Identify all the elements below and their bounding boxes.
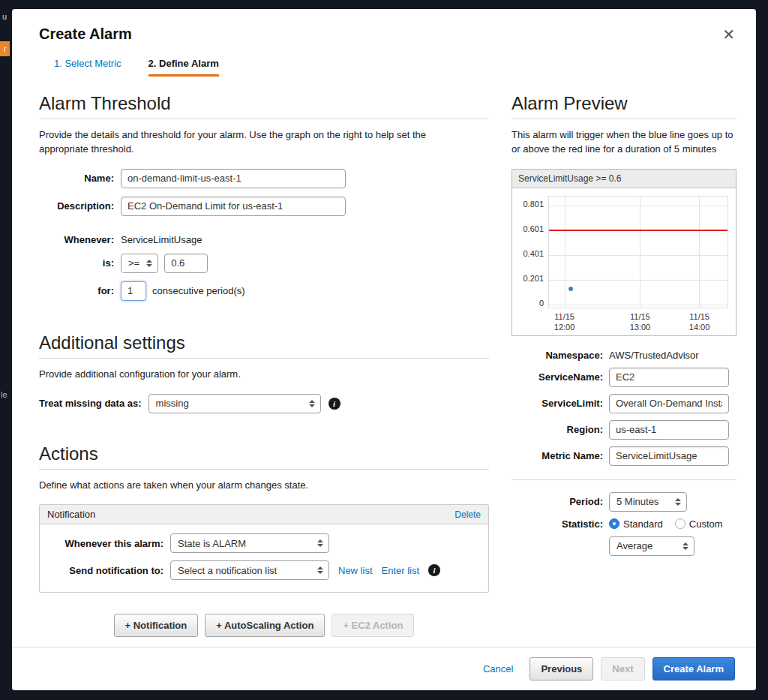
additional-settings-heading: Additional settings [39, 332, 489, 353]
statistic-select-value: Average [616, 540, 652, 551]
alarm-threshold-description: Provide the details and threshold for yo… [39, 128, 459, 157]
cancel-link[interactable]: Cancel [483, 663, 513, 674]
chevron-updown-icon [317, 566, 323, 574]
is-label: is: [39, 257, 114, 269]
chart-title: ServiceLimitUsage >= 0.6 [512, 170, 736, 188]
alarm-state-select[interactable]: State is ALARM [170, 533, 329, 553]
create-alarm-modal: Create Alarm ✕ 1. Select Metric 2. Defin… [12, 9, 756, 690]
period-select[interactable]: 5 Minutes [609, 492, 687, 512]
servicelimit-row: ServiceLimit: [512, 394, 736, 413]
add-autoscaling-button[interactable]: + AutoScaling Action [205, 614, 325, 637]
chevron-updown-icon [146, 260, 152, 267]
radio-checked-icon [609, 518, 620, 529]
additional-settings-description: Provide additional configuration for you… [39, 368, 489, 382]
data-point [568, 287, 573, 291]
step-select-metric[interactable]: 1. Select Metric [54, 58, 122, 77]
name-row: Name: [39, 169, 489, 188]
alarm-description-input[interactable] [121, 197, 346, 216]
metricname-label: Metric Name: [512, 450, 603, 461]
alarm-name-input[interactable] [121, 169, 346, 188]
background-fragment-text: u [2, 12, 7, 21]
alarm-state-row: Whenever this alarm: State is ALARM [47, 533, 481, 553]
alarm-preview-heading: Alarm Preview [512, 93, 736, 114]
threshold-value-input[interactable] [164, 254, 208, 273]
y-tick: 0.801 [523, 200, 544, 209]
periods-suffix: consecutive period(s) [152, 285, 245, 296]
close-icon[interactable]: ✕ [722, 27, 735, 42]
statistic-row: Statistic: Standard Custom [512, 518, 736, 530]
new-list-link[interactable]: New list [338, 565, 373, 576]
region-row: Region: [512, 420, 736, 440]
region-label: Region: [512, 424, 603, 435]
namespace-value: AWS/TrustedAdvisor [609, 350, 699, 361]
notification-list-select-value: Select a notification list [178, 565, 277, 576]
chart-x-axis: 11/1512:00 11/1513:00 11/1514:00 [548, 310, 728, 335]
for-label: for: [39, 285, 114, 296]
info-icon[interactable]: i [428, 564, 440, 576]
y-tick: 0.601 [523, 224, 544, 233]
notification-panel-title: Notification [47, 509, 95, 520]
chevron-updown-icon [317, 539, 323, 547]
chart-canvas [548, 196, 728, 308]
servicelimit-input[interactable] [609, 394, 729, 413]
left-column: Alarm Threshold Provide the details and … [39, 93, 489, 637]
y-tick: 0.401 [523, 249, 544, 258]
radio-unchecked-icon [675, 518, 686, 529]
statistic-standard-radio[interactable]: Standard [609, 518, 663, 530]
alarm-state-select-value: State is ALARM [178, 538, 246, 549]
threshold-line [549, 230, 728, 231]
chevron-updown-icon [309, 400, 315, 407]
create-alarm-button[interactable]: Create Alarm [652, 657, 735, 680]
background-fragment-button: r [0, 41, 10, 56]
metricname-input[interactable] [609, 446, 729, 466]
statistic-select-row: Average [512, 536, 736, 556]
region-input[interactable] [609, 420, 729, 440]
alarm-threshold-heading: Alarm Threshold [39, 93, 489, 114]
whenever-label: Whenever: [39, 234, 114, 245]
chevron-updown-icon [675, 498, 681, 506]
metricname-row: Metric Name: [512, 446, 736, 466]
notification-list-select[interactable]: Select a notification list [170, 560, 329, 580]
servicename-label: ServiceName: [512, 371, 603, 383]
step-define-alarm[interactable]: 2. Define Alarm [148, 58, 219, 77]
operator-select[interactable]: >= [121, 254, 158, 273]
missing-data-select[interactable]: missing [148, 394, 321, 413]
send-notification-row: Send notification to: Select a notificat… [47, 560, 481, 580]
x-tick: 11/1512:00 [554, 311, 575, 333]
whenever-row: Whenever: ServiceLimitUsage [39, 234, 489, 245]
period-row: Period: 5 Minutes [512, 492, 736, 512]
namespace-label: Namespace: [512, 350, 603, 361]
modal-footer: Cancel Previous Next Create Alarm [12, 647, 756, 690]
chevron-updown-icon [682, 542, 688, 550]
alarm-preview-description: This alarm will trigger when the blue li… [512, 128, 736, 157]
send-notification-label: Send notification to: [47, 565, 164, 576]
alarm-state-label: Whenever this alarm: [47, 538, 164, 549]
alarm-preview-chart: ServiceLimitUsage >= 0.6 0.801 0.601 0.4… [512, 169, 736, 336]
periods-input[interactable] [121, 281, 146, 301]
statistic-select[interactable]: Average [609, 536, 694, 556]
actions-description: Define what actions are taken when your … [39, 479, 489, 493]
missing-data-row: Treat missing data as: missing i [39, 394, 489, 413]
missing-data-select-value: missing [156, 398, 189, 409]
servicename-input[interactable] [609, 368, 729, 387]
servicename-row: ServiceName: [512, 368, 736, 387]
x-tick: 11/1514:00 [689, 311, 710, 333]
missing-data-label: Treat missing data as: [39, 398, 142, 409]
modal-header: Create Alarm ✕ [12, 9, 756, 53]
previous-button[interactable]: Previous [530, 657, 593, 680]
modal-content: Alarm Threshold Provide the details and … [12, 77, 756, 637]
page-background: u r le Create Alarm ✕ 1. Select Metric 2… [0, 0, 768, 700]
actions-heading: Actions [39, 443, 489, 464]
background-fragment-text: le [1, 390, 8, 399]
notification-panel-header: Notification Delete [40, 505, 488, 524]
enter-list-link[interactable]: Enter list [382, 565, 420, 576]
y-tick: 0 [539, 299, 544, 308]
statistic-custom-radio[interactable]: Custom [675, 518, 723, 530]
delete-notification-link[interactable]: Delete [454, 509, 481, 520]
add-notification-button[interactable]: + Notification [114, 614, 199, 637]
wizard-steps: 1. Select Metric 2. Define Alarm [12, 53, 756, 77]
is-row: is: >= [39, 254, 489, 273]
info-icon[interactable]: i [328, 398, 340, 410]
chart-plot-area: 0.801 0.601 0.401 0.201 0 [512, 188, 736, 310]
period-label: Period: [512, 496, 603, 507]
